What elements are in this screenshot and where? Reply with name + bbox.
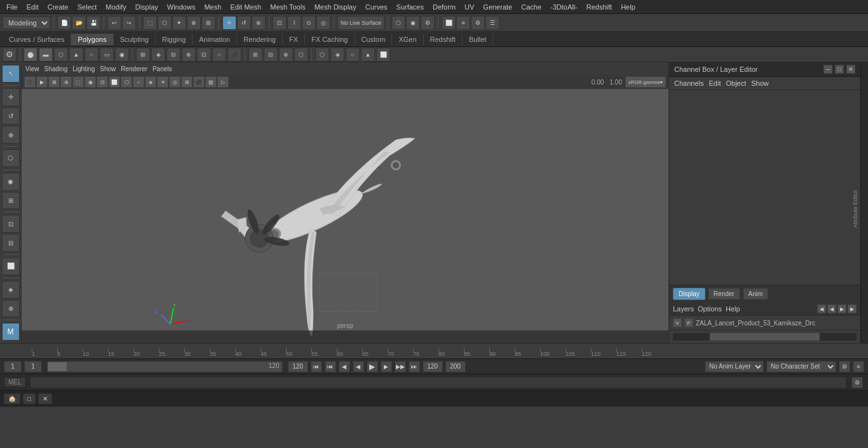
vp-menu-renderer[interactable]: Renderer: [121, 65, 147, 72]
task-window-item[interactable]: □: [23, 393, 36, 404]
prev-frame-btn[interactable]: ◀: [339, 361, 350, 372]
quad-btn[interactable]: ⬜: [376, 48, 390, 62]
tab-rendering[interactable]: Rendering: [237, 34, 283, 45]
play-btn[interactable]: ▶: [367, 361, 378, 372]
render-btn[interactable]: ⬡: [391, 16, 405, 30]
attr-editor-btn[interactable]: ≡: [456, 16, 470, 30]
vp-texture-btn[interactable]: ◈: [145, 76, 156, 88]
outliner-btn[interactable]: ☰: [485, 16, 499, 30]
show-grid-btn[interactable]: ⊞: [2, 192, 20, 210]
vp-show-all-btn[interactable]: ⊡: [97, 76, 108, 88]
cylinder-btn[interactable]: ⬡: [54, 48, 68, 62]
lasso-btn[interactable]: ⬡: [158, 16, 172, 30]
menu-mesh-display[interactable]: Mesh Display: [311, 2, 360, 12]
vp-menu-lighting[interactable]: Lighting: [72, 65, 95, 72]
no-live-surface-btn[interactable]: No Live Surface: [337, 16, 384, 30]
fill-btn[interactable]: ⬛: [227, 48, 241, 62]
extrude-btn[interactable]: ⊞: [136, 48, 150, 62]
vp-camera-btn[interactable]: 🎥: [24, 76, 36, 88]
scale-btn[interactable]: ⊕: [252, 16, 266, 30]
combine-btn[interactable]: ⊞: [248, 48, 262, 62]
anim-layer-dropdown[interactable]: No Anim Layer: [705, 361, 764, 372]
cube-btn[interactable]: ▬: [39, 48, 53, 62]
play-back-btn[interactable]: ◀: [353, 361, 364, 372]
vp-menu-shading[interactable]: Shading: [44, 65, 68, 72]
cb-tab-anim[interactable]: Anim: [743, 288, 769, 300]
move-tool-btn[interactable]: ✛: [2, 88, 20, 106]
vp-film-btn[interactable]: ▶: [36, 76, 48, 88]
ring-btn[interactable]: ○: [212, 48, 226, 62]
maya-btn[interactable]: M: [2, 323, 20, 341]
vp-menu-view[interactable]: View: [25, 65, 39, 72]
graph-editor-btn[interactable]: ⊟: [2, 234, 20, 252]
new-scene-btn[interactable]: 📄: [57, 16, 71, 30]
subd-btn[interactable]: ⬡: [315, 48, 329, 62]
menu-windows[interactable]: Windows: [163, 2, 200, 12]
rotate-tool-btn[interactable]: ↺: [2, 107, 20, 125]
vp-light-btn[interactable]: ☀: [157, 76, 168, 88]
cb-options-label[interactable]: Options: [698, 305, 722, 313]
menu-mesh[interactable]: Mesh: [200, 2, 225, 12]
snap-btn[interactable]: ⊕: [187, 16, 201, 30]
menu-uv[interactable]: UV: [461, 2, 478, 12]
mirror-btn[interactable]: ⬡: [294, 48, 308, 62]
bevel-btn[interactable]: ◈: [151, 48, 165, 62]
cb-layer-arr-1[interactable]: ◀: [817, 304, 826, 313]
attribute-editor-tab-label[interactable]: Attribute Editor: [852, 190, 858, 228]
ipr-btn[interactable]: ◉: [406, 16, 420, 30]
boolean-btn[interactable]: ⊕: [279, 48, 293, 62]
tab-redshift[interactable]: Redshift: [424, 34, 463, 45]
cb-layers-label[interactable]: Layers: [673, 305, 694, 313]
render-settings-btn[interactable]: ⚙: [421, 16, 435, 30]
menu-generate[interactable]: Generate: [479, 2, 516, 12]
menu-help[interactable]: Help: [617, 2, 639, 12]
render-region-btn[interactable]: ⬜: [2, 257, 20, 275]
cb-scrollbar[interactable]: [673, 333, 857, 341]
menu-3dtall[interactable]: -3DtoAll-: [546, 2, 581, 12]
tab-fx[interactable]: FX: [283, 34, 305, 45]
menu-deform[interactable]: Deform: [429, 2, 459, 12]
menu-surfaces[interactable]: Surfaces: [393, 2, 428, 12]
snap-view-btn[interactable]: ◎: [316, 16, 330, 30]
step-fwd-btn[interactable]: ▶▶: [395, 361, 406, 372]
pb-extra-btn[interactable]: ≡: [853, 361, 864, 372]
redo-btn[interactable]: ↪: [122, 16, 136, 30]
grid-btn[interactable]: ⊞: [201, 16, 215, 30]
vp-isolate-btn[interactable]: ◉: [85, 76, 96, 88]
quick-layout-btn[interactable]: ⊡: [2, 215, 20, 233]
cb-minimize-btn[interactable]: ─: [824, 65, 832, 74]
step-back-btn[interactable]: ⏮: [325, 361, 336, 372]
menu-create[interactable]: Create: [44, 2, 72, 12]
undo-btn[interactable]: ↩: [107, 16, 121, 30]
cb-menu-edit[interactable]: Edit: [709, 79, 721, 87]
tab-xgen[interactable]: XGen: [392, 34, 423, 45]
max-frame-input[interactable]: [423, 361, 443, 372]
menu-edit-mesh[interactable]: Edit Mesh: [226, 2, 265, 12]
tab-custom[interactable]: Custom: [355, 34, 393, 45]
status-settings-btn[interactable]: ⚙: [851, 377, 863, 388]
next-frame-btn[interactable]: ▶: [381, 361, 392, 372]
cb-menu-channels[interactable]: Channels: [674, 79, 703, 87]
menu-redshift[interactable]: Redshift: [583, 2, 616, 12]
merge-btn[interactable]: ⊕: [182, 48, 196, 62]
range-end-input[interactable]: [288, 361, 308, 372]
tab-curves-surfaces[interactable]: Curves / Surfaces: [3, 34, 71, 45]
tab-fx-caching[interactable]: FX Caching: [305, 34, 355, 45]
range-thumb[interactable]: [48, 362, 67, 371]
open-scene-btn[interactable]: 📂: [72, 16, 86, 30]
viewport-canvas[interactable]: X Y Z: [22, 89, 668, 330]
torus-btn[interactable]: ○: [85, 48, 98, 62]
cb-layer-arr-2[interactable]: ◀: [827, 304, 836, 313]
current-frame-input[interactable]: [4, 361, 22, 372]
menu-file[interactable]: File: [3, 2, 22, 12]
tab-polygons[interactable]: Polygons: [71, 34, 113, 45]
disk-btn[interactable]: ◉: [115, 48, 129, 62]
vp-menu-panels[interactable]: Panels: [153, 65, 172, 72]
paint-btn[interactable]: ✦: [172, 16, 186, 30]
cb-maximize-btn[interactable]: □: [835, 65, 844, 74]
vp-grid-btn[interactable]: ⊞: [181, 76, 193, 88]
max-end-frame-input[interactable]: [445, 361, 466, 372]
mel-input[interactable]: [30, 377, 846, 388]
mel-mode-btn[interactable]: MEL: [5, 378, 25, 386]
menu-edit[interactable]: Edit: [23, 2, 43, 12]
